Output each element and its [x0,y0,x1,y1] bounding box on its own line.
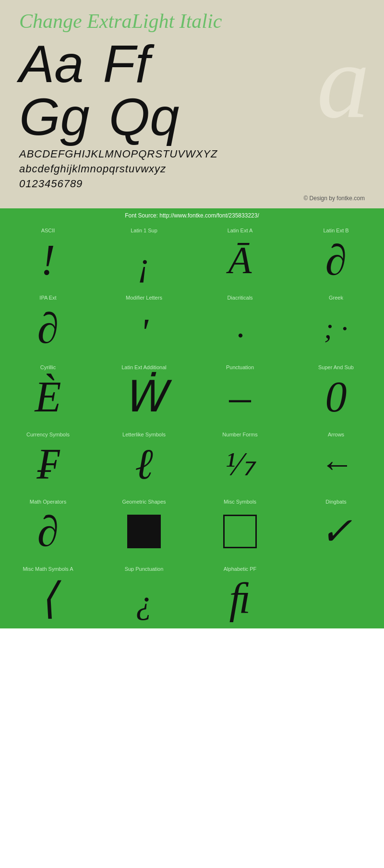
green-section: Font Source: http://www.fontke.com/font/… [0,208,384,628]
glyph-cell-dingbats: Dingbats ✓ [288,494,384,561]
glyph-char-wrap-modifier: ' [140,304,148,352]
glyph-cell-superandsub: Super And Sub 0 [288,360,384,427]
glyph-cell-currency: Currency Symbols ₣ [0,427,96,494]
big-decorative-letter: a [317,29,370,134]
glyph-label-currency: Currency Symbols [26,432,70,437]
glyph-char-wrap-mathops: ∂ [37,508,59,554]
glyph-char-wrap-ascii: ! [41,237,55,283]
glyph-label-superandsub: Super And Sub [318,364,354,370]
glyph-cell-arrows: Arrows ← [288,427,384,494]
glyph-char-dingbats: ✓ [320,512,352,551]
glyph-cell-greek: Greek ; · [288,290,384,360]
alphabet-uppercase: ABCDEFGHIJKLMNOPQRSTUVWXYZ [19,147,365,162]
glyph-char-wrap-currency: ₣ [37,441,59,487]
letter-pair-row-2: Gg Qq [19,90,180,143]
glyph-char-wrap-latinextadd: Ẇ [123,374,166,420]
glyph-char-mathops: ∂ [37,510,59,553]
glyph-label-latinextb: Latin Ext B [323,228,348,233]
letters-left: Aa Ff Gg Qq [19,37,180,143]
glyph-char-alphabeticpf: ﬁ [229,577,251,620]
glyph-cell-ascii: ASCII ! [0,223,96,290]
glyph-char-wrap-cyrillic: È [35,374,61,420]
font-title: Change ExtraLight Italic [19,10,365,33]
glyph-grid: ASCII ! Latin 1 Sup ¡ Latin Ext A Ā Lati… [0,223,384,628]
glyph-char-latinextadd: Ẇ [123,375,166,419]
glyph-char-miscmathA: ⟨ [40,577,57,620]
glyph-label-greek: Greek [329,295,343,301]
glyph-cell-miscmathA: Misc Math Symbols A ⟨ [0,561,96,628]
glyph-char-wrap-geoshapes [127,508,161,554]
glyph-label-ascii: ASCII [41,228,55,233]
glyph-char-wrap-ipaext: ∂ [37,304,59,352]
glyph-label-latin1sup: Latin 1 Sup [131,228,157,233]
glyph-char-latinextb: ∂ [325,239,347,282]
glyph-char-miscsymbols [223,515,257,548]
glyph-char-wrap-latinextb: ∂ [325,237,347,283]
glyph-cell-letterlike: Letterlike Symbols ℓ [96,427,192,494]
glyph-cell-geoshapes: Geometric Shapes [96,494,192,561]
glyph-char-wrap-dingbats: ✓ [320,508,352,554]
glyph-label-miscsymbols: Misc Symbols [224,499,256,505]
digits: 0123456789 [19,177,365,192]
glyph-cell-numberforms: Number Forms ¹⁄₇ [192,427,288,494]
glyph-char-letterlike: ℓ [135,443,153,486]
glyph-label-numberforms: Number Forms [222,432,257,437]
glyph-label-latinextadd: Latin Ext Additional [121,364,167,370]
glyph-char-wrap-miscsymbols [223,508,257,554]
glyph-label-modifier: Modifier Letters [126,295,162,301]
glyph-label-latinexta: Latin Ext A [228,228,253,233]
glyph-char-wrap-diacriticals: · [236,304,244,352]
glyph-char-geoshapes [127,515,161,548]
glyph-char-wrap-letterlike: ℓ [135,441,153,487]
header-section: Change ExtraLight Italic Aa Ff Gg Qq a A… [0,0,384,208]
glyph-cell-alphabeticpf: Alphabetic PF ﬁ [192,561,288,628]
glyph-char-suppunct: ¿ [136,578,153,619]
glyph-cell-modifier: Modifier Letters ' [96,290,192,360]
glyph-cell-mathops: Math Operators ∂ [0,494,96,561]
glyph-label-letterlike: Letterlike Symbols [122,432,166,437]
glyph-char-arrows: ← [319,447,353,481]
glyph-label-arrows: Arrows [328,432,344,437]
glyph-char-currency: ₣ [37,443,59,486]
alphabet-section: ABCDEFGHIJKLMNOPQRSTUVWXYZ abcdefghijklm… [19,147,365,193]
alphabet-lowercase: abcdefghijklmnopqrstuvwxyz [19,162,365,177]
glyph-label-punctuation: Punctuation [226,364,254,370]
glyph-label-suppunct: Sup Punctuation [125,566,164,572]
glyph-char-wrap-miscmathA: ⟨ [40,576,57,621]
glyph-cell-latinextb: Latin Ext B ∂ [288,223,384,290]
glyph-char-modifier: ' [140,306,148,351]
glyph-char-wrap-latin1sup: ¡ [137,237,150,283]
glyph-label-dingbats: Dingbats [325,499,346,505]
glyph-char-wrap-latinexta: Ā [228,237,252,283]
copyright: © Design by fontke.com [19,193,365,204]
letter-pair-gg: Gg [19,90,90,143]
glyph-cell-latinextadd: Latin Ext Additional Ẇ [96,360,192,427]
glyph-char-wrap-numberforms: ¹⁄₇ [226,441,255,487]
glyph-char-greek: ; · [324,314,348,343]
glyph-char-wrap-greek: ; · [324,304,348,352]
glyph-label-ipaext: IPA Ext [39,295,56,301]
glyph-label-mathops: Math Operators [30,499,66,505]
glyph-char-latinexta: Ā [228,241,252,279]
glyph-char-diacriticals: · [236,304,244,352]
letter-pair-ff: Ff [103,37,150,90]
glyph-cell-miscsymbols: Misc Symbols [192,494,288,561]
glyph-cell-empty [288,561,384,628]
glyph-char-wrap-alphabeticpf: ﬁ [229,576,251,621]
glyph-label-diacriticals: Diacriticals [227,295,252,301]
letter-pair-row-1: Aa Ff [19,37,180,90]
glyph-char-numberforms: ¹⁄₇ [226,447,255,481]
glyph-label-geoshapes: Geometric Shapes [122,499,166,505]
glyph-cell-latinexta: Latin Ext A Ā [192,223,288,290]
glyph-cell-punctuation: Punctuation – [192,360,288,427]
glyph-char-wrap-arrows: ← [319,441,353,487]
glyph-label-alphabeticpf: Alphabetic PF [224,566,256,572]
glyph-cell-diacriticals: Diacriticals · [192,290,288,360]
glyph-cell-latin1sup: Latin 1 Sup ¡ [96,223,192,290]
glyph-char-superandsub: 0 [325,375,347,419]
glyph-char-ipaext: ∂ [37,307,59,350]
specimen-letters: Aa Ff Gg Qq a [19,37,365,143]
glyph-char-wrap-punctuation: – [229,374,251,420]
glyph-char-latin1sup: ¡ [137,239,150,282]
glyph-label-miscmathA: Misc Math Symbols A [23,566,73,572]
